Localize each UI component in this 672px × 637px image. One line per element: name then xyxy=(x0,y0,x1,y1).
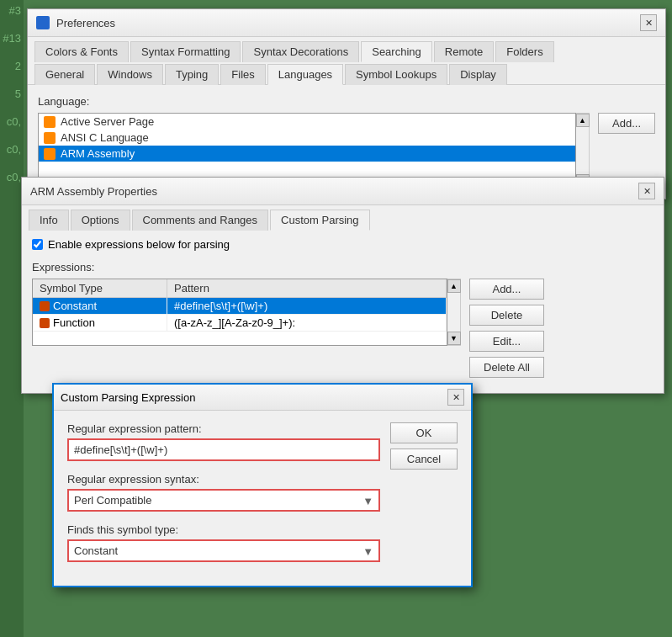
tab-strip-1: Colors & Fonts Syntax Formatting Syntax … xyxy=(28,37,665,85)
syntax-select-wrapper: Perl CompatiblePOSIXBasic ▼ xyxy=(67,489,380,512)
tab-folders[interactable]: Folders xyxy=(495,41,553,62)
expr-scrollbar-down[interactable]: ▼ xyxy=(447,332,461,345)
tab-searching[interactable]: Searching xyxy=(361,41,432,62)
delete-expr-button[interactable]: Delete xyxy=(469,305,544,326)
list-item[interactable]: ANSI C Language xyxy=(39,130,575,146)
tab-windows[interactable]: Windows xyxy=(97,64,163,85)
tab-syntax-formatting[interactable]: Syntax Formatting xyxy=(130,41,241,62)
arm-content: Enable expressions below for parsing Exp… xyxy=(22,230,664,393)
expr-row[interactable]: Constant #define[\s\t]+([\w]+) xyxy=(33,298,447,315)
tab-colors-fonts[interactable]: Colors & Fonts xyxy=(34,41,129,62)
arm-tab-options[interactable]: Options xyxy=(71,210,130,231)
delete-all-button[interactable]: Delete All xyxy=(469,357,544,378)
tab-remote[interactable]: Remote xyxy=(434,41,495,62)
arm-close-button[interactable]: ✕ xyxy=(638,183,655,199)
tab-general[interactable]: General xyxy=(34,64,95,85)
lang-icon xyxy=(44,148,56,160)
edit-expr-button[interactable]: Edit... xyxy=(469,331,544,352)
tab-row-2: General Windows Typing Files Languages S… xyxy=(34,63,659,84)
symbol-select[interactable]: ConstantFunctionClassVariable xyxy=(67,539,380,562)
dialog-content: Regular expression pattern: Regular expr… xyxy=(54,411,471,586)
expr-pattern-cell: #define[\s\t]+([\w]+) xyxy=(167,298,447,314)
tab-symbol-lookups[interactable]: Symbol Lookups xyxy=(345,64,447,85)
expr-type-cell: Function xyxy=(33,315,167,331)
expressions-label: Expressions: xyxy=(32,261,653,273)
arm-tab-info[interactable]: Info xyxy=(29,210,69,231)
regex-label: Regular expression pattern: xyxy=(67,422,380,435)
arm-title: ARM Assembly Properties xyxy=(30,185,157,198)
close-button[interactable]: ✕ xyxy=(640,14,657,31)
regex-input[interactable] xyxy=(67,438,380,461)
expr-scrollbar-up[interactable]: ▲ xyxy=(447,279,461,293)
line-numbers: #3 #13 2 5 c0, c0, c0, xyxy=(0,0,24,637)
tab-syntax-decorations[interactable]: Syntax Decorations xyxy=(242,41,359,62)
enable-label: Enable expressions below for parsing xyxy=(48,238,230,251)
add-language-button[interactable]: Add... xyxy=(598,113,655,134)
lang-icon xyxy=(44,116,56,128)
dialog-main-row: Regular expression pattern: Regular expr… xyxy=(67,422,458,574)
list-item-selected[interactable]: ARM Assembly xyxy=(39,146,575,162)
expr-table-header: Symbol Type Pattern xyxy=(33,279,447,298)
preferences-title: Preferences xyxy=(36,16,115,29)
expr-icon xyxy=(40,318,50,328)
tab-display[interactable]: Display xyxy=(449,64,507,85)
col-symbol-type: Symbol Type xyxy=(33,279,167,297)
dialog-titlebar: Custom Parsing Expression ✕ xyxy=(54,385,471,411)
col-pattern: Pattern xyxy=(167,279,447,297)
expr-icon xyxy=(40,301,50,311)
symbol-select-wrapper: ConstantFunctionClassVariable ▼ xyxy=(67,539,380,562)
arm-properties-window: ARM Assembly Properties ✕ Info Options C… xyxy=(21,177,664,394)
lang-icon xyxy=(44,132,56,144)
preferences-icon xyxy=(36,16,50,29)
regex-field-group: Regular expression pattern: xyxy=(67,422,380,461)
list-item[interactable]: Active Server Page xyxy=(39,114,575,130)
expr-row[interactable]: Function ([a-zA-z_][A-Za-z0-9_]+): xyxy=(33,315,447,332)
tab-files[interactable]: Files xyxy=(220,64,265,85)
side-buttons: Add... Delete Edit... Delete All xyxy=(469,279,544,378)
dialog-fields: Regular expression pattern: Regular expr… xyxy=(67,422,380,574)
syntax-field-group: Regular expression syntax: Perl Compatib… xyxy=(67,473,380,512)
symbol-field-group: Finds this symbol type: ConstantFunction… xyxy=(67,523,380,562)
scrollbar-up[interactable]: ▲ xyxy=(576,114,590,127)
enable-checkbox-row: Enable expressions below for parsing xyxy=(32,238,653,251)
syntax-select[interactable]: Perl CompatiblePOSIXBasic xyxy=(67,489,380,512)
enable-checkbox[interactable] xyxy=(32,239,43,250)
window-controls: ✕ xyxy=(640,14,657,31)
arm-tab-custom-parsing[interactable]: Custom Parsing xyxy=(270,210,369,231)
dialog-close-button[interactable]: ✕ xyxy=(447,389,464,406)
expr-type-cell: Constant xyxy=(33,298,167,314)
tab-languages[interactable]: Languages xyxy=(267,64,343,85)
symbol-label: Finds this symbol type: xyxy=(67,523,380,536)
preferences-titlebar: Preferences ✕ xyxy=(28,9,665,37)
add-expr-button[interactable]: Add... xyxy=(469,279,544,300)
dialog-buttons: OK Cancel xyxy=(390,422,458,574)
arm-tab-row: Info Options Comments and Ranges Custom … xyxy=(29,209,657,230)
arm-window-controls: ✕ xyxy=(638,183,655,199)
dialog-title: Custom Parsing Expression xyxy=(61,391,195,404)
custom-parsing-dialog: Custom Parsing Expression ✕ Regular expr… xyxy=(52,383,473,587)
tab-row-1: Colors & Fonts Syntax Formatting Syntax … xyxy=(34,40,659,61)
language-label: Language: xyxy=(38,95,655,108)
expressions-row: Symbol Type Pattern Constant #define[\s\… xyxy=(32,279,653,378)
ok-button[interactable]: OK xyxy=(390,422,458,443)
syntax-label: Regular expression syntax: xyxy=(67,473,380,486)
preferences-window: Preferences ✕ Colors & Fonts Syntax Form… xyxy=(27,8,666,199)
tab-typing[interactable]: Typing xyxy=(165,64,219,85)
arm-titlebar: ARM Assembly Properties ✕ xyxy=(22,178,664,205)
arm-tab-comments[interactable]: Comments and Ranges xyxy=(132,210,269,231)
expressions-table[interactable]: Symbol Type Pattern Constant #define[\s\… xyxy=(32,279,447,346)
expr-pattern-cell: ([a-zA-z_][A-Za-z0-9_]+): xyxy=(167,315,447,331)
cancel-button[interactable]: Cancel xyxy=(390,449,458,470)
